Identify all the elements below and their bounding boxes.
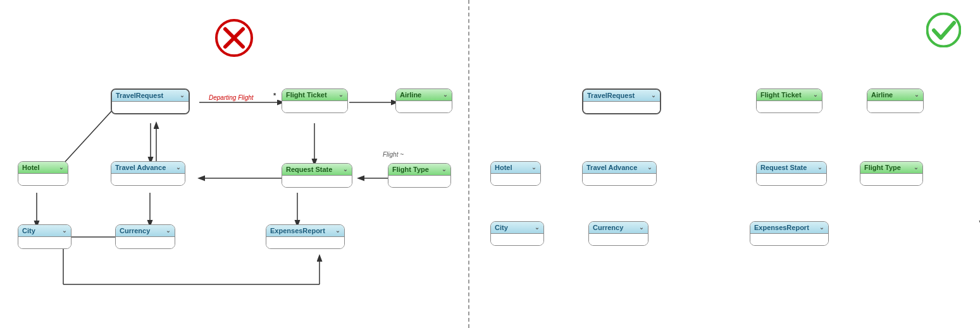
svg-text:*: *	[273, 92, 276, 99]
node-label: Flight Ticket	[286, 91, 327, 99]
node-travelrequest-left: TravelRequest ⌄	[111, 88, 190, 114]
x-icon	[215, 19, 253, 57]
node-label: Hotel	[22, 164, 40, 171]
node-flightticket-right: Flight Ticket ⌄	[756, 88, 822, 113]
node-label: Airline	[400, 91, 421, 99]
right-panel: Departing Flight * TravelRequest ⌄	[469, 0, 980, 328]
node-city-right: City ⌄	[490, 221, 544, 246]
node-label: Currency	[593, 224, 623, 231]
node-label: Flight Ticket	[760, 91, 802, 99]
node-label: TravelRequest	[116, 92, 163, 99]
node-label: Flight Type	[392, 166, 429, 173]
node-label: Airline	[871, 91, 893, 99]
node-label: Currency	[120, 227, 150, 234]
node-city-left: City ⌄	[18, 224, 71, 249]
node-hotel-left: Hotel ⌄	[18, 161, 68, 186]
node-label: Travel Advance	[115, 164, 166, 171]
node-label: Request State	[286, 166, 332, 173]
svg-text:Flight ~: Flight ~	[383, 151, 404, 158]
node-label: City	[495, 224, 508, 231]
node-airline-left: Airline ⌄	[395, 88, 452, 113]
node-label: TravelRequest	[587, 92, 635, 99]
node-flighttype-right: Flight Type ⌄	[860, 161, 923, 186]
node-requeststate-left: Request State ⌄	[282, 163, 352, 188]
node-label: Request State	[760, 164, 807, 171]
node-currency-left: Currency ⌄	[115, 224, 175, 249]
node-label: ExpensesReport	[754, 224, 809, 231]
diagram-container: Departing Flight *	[0, 0, 980, 328]
node-label: Flight Type	[864, 164, 901, 171]
check-icon	[926, 13, 961, 47]
node-label: ExpensesReport	[270, 227, 325, 234]
node-traveladvance-right: Travel Advance ⌄	[582, 161, 657, 186]
node-currency-right: Currency ⌄	[588, 221, 648, 246]
node-hotel-right: Hotel ⌄	[490, 161, 541, 186]
node-traveladvance-left: Travel Advance ⌄	[111, 161, 185, 186]
node-label: City	[22, 227, 35, 234]
node-airline-right: Airline ⌄	[867, 88, 924, 113]
node-expensesreport-left: ExpensesReport ⌄	[266, 224, 345, 249]
node-flighttype-left: Flight Type ⌄	[388, 163, 451, 188]
node-flightticket-left: Flight Ticket ⌄	[282, 88, 348, 113]
node-expensesreport-right: ExpensesReport ⌄	[750, 221, 829, 246]
svg-text:Departing Flight: Departing Flight	[209, 94, 254, 101]
node-travelrequest-right: TravelRequest ⌄	[582, 88, 661, 114]
node-label: Hotel	[495, 164, 512, 171]
node-requeststate-right: Request State ⌄	[756, 161, 827, 186]
left-panel: Departing Flight *	[0, 0, 468, 328]
node-label: Travel Advance	[586, 164, 637, 171]
